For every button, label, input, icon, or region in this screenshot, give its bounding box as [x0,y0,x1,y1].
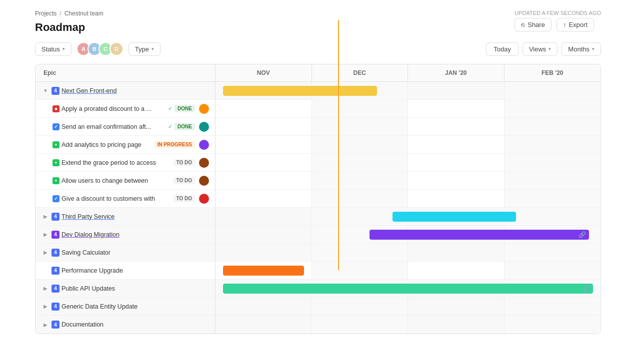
col-dec [312,298,408,315]
expand-button[interactable]: ▶ [42,231,50,239]
row-left: ▼ 4 Next Gen Front-end [36,82,216,99]
row-icon-green: + [52,177,60,184]
col-nov [216,244,312,261]
row-icon-check-blue: ✓ [52,195,60,202]
breadcrumb: Projects / Chestnut team [35,10,104,17]
row-icon-green: + [52,141,60,148]
col-nov [216,316,312,334]
row-indent: ▼ 4 Next Gen Front-end [42,87,209,95]
col-dec [312,136,408,153]
status-badge-done: DONE [174,105,195,112]
row-icon-blue: 4 [52,303,60,311]
gantt-header: Epic NOV DEC JAN '20 FEB '20 [36,64,600,82]
row-right [216,244,600,261]
row-avatar [199,122,209,132]
header: Projects / Chestnut team Roadmap UPDATED… [0,0,636,34]
share-button[interactable]: ⎋ Share [514,18,552,31]
col-dec [312,172,408,189]
row-label: Public API Updates [62,285,209,292]
col-dec [312,100,408,117]
table-row: ✓ Send an email confirmation aft... ✓ DO… [36,118,600,136]
expand-button[interactable]: ▶ [42,213,50,221]
col-nov [216,190,312,207]
status-chevron-icon: ▾ [62,46,65,51]
timeline-grid [216,298,600,315]
today-button[interactable]: Today [486,42,518,56]
toolbar-left: Status ▾ A B C D Type ▾ [35,42,160,56]
row-indent: ▶ 4 Documentation [42,321,209,329]
table-row: ▶ 4 Saving Calculator [36,244,600,262]
export-button[interactable]: ↑ Export [556,18,594,31]
row-icon-blue: 4 [52,213,60,221]
expand-button[interactable]: ▶ [42,321,50,329]
page-wrapper: Projects / Chestnut team Roadmap UPDATED… [0,0,636,364]
row-avatar [199,158,209,168]
status-filter[interactable]: Status ▾ [35,42,72,56]
row-right [216,154,600,171]
timeline-grid [216,316,600,334]
col-feb [504,172,601,189]
months-button[interactable]: Months ▾ [562,42,601,56]
month-nov: NOV [216,64,312,81]
row-avatar [199,194,209,204]
row-icon-blue: 4 [52,267,60,275]
col-feb [504,316,601,334]
row-avatar [199,104,209,114]
col-dec [312,154,408,171]
expand-button[interactable]: ▼ [42,87,50,95]
months-label: Months [568,45,590,53]
expand-button[interactable]: ▶ [42,249,50,257]
views-button[interactable]: Views ▾ [522,42,558,56]
row-right [216,82,600,99]
gantt-bar-cyan [392,212,516,222]
status-badge-todo: TO DO [174,159,195,166]
row-left: ▶ 4 Generic Data Entity Update [36,298,216,315]
col-dec [312,118,408,135]
row-right [216,262,600,279]
row-label: Saving Calculator [62,249,209,256]
col-dec [312,244,408,261]
row-icon-blue: 4 [52,285,60,293]
table-row: + Add analytics to pricing page IN PROGR… [36,136,600,154]
timeline-grid [216,190,600,207]
check-icon: ✓ [168,105,172,112]
row-right [216,208,600,225]
timeline-grid [216,244,600,261]
status-badge-todo: TO DO [174,195,195,202]
row-avatar [199,140,209,150]
row-label: Extend the grace period to access [62,159,172,166]
bar-container [216,208,600,225]
timeline-header: NOV DEC JAN '20 FEB '20 [216,64,600,81]
row-label: Third Party Service [62,213,209,220]
col-nov [216,298,312,315]
row-indent: ▶ 4 Dev Dialog Migration [42,231,209,239]
type-filter[interactable]: Type ▾ [128,42,160,56]
expand-button[interactable]: ▶ [42,285,50,293]
col-jan [408,298,504,315]
bar-container: 🔗 [216,226,600,243]
expand-button[interactable]: ▶ [42,303,50,311]
bar-container [216,82,600,99]
status-badge-progress: IN PROGRESS [154,141,195,148]
row-right [216,298,600,315]
row-left: ✓ Send an email confirmation aft... ✓ DO… [36,118,216,135]
row-right [216,100,600,117]
row-indent: + Allow users to change between TO DO [42,176,209,186]
row-label: Send an email confirmation aft... [62,123,165,130]
row-left: + Add analytics to pricing page IN PROGR… [36,136,216,153]
table-row: + Allow users to change between TO DO [36,172,600,190]
table-row: ▶ 4 Generic Data Entity Update [36,298,600,316]
row-icon-check-blue: ✓ [52,123,60,130]
row-left: ✓ Give a discount to customers with TO D… [36,190,216,207]
gantt-body: ▼ 4 Next Gen Front-end [36,82,600,334]
row-icon-purple: 4 [52,231,60,239]
row-indent: ✓ Give a discount to customers with TO D… [42,194,209,204]
col-feb [504,154,601,171]
row-icon-green: + [52,159,60,166]
breadcrumb-team: Chestnut team [64,10,104,17]
row-left: ■ Apply a prorated discount to a ... ✓ D… [36,100,216,117]
timeline-grid [216,172,600,189]
col-nov [216,154,312,171]
row-label: Apply a prorated discount to a ... [62,105,165,112]
breadcrumb-projects[interactable]: Projects [35,10,56,17]
